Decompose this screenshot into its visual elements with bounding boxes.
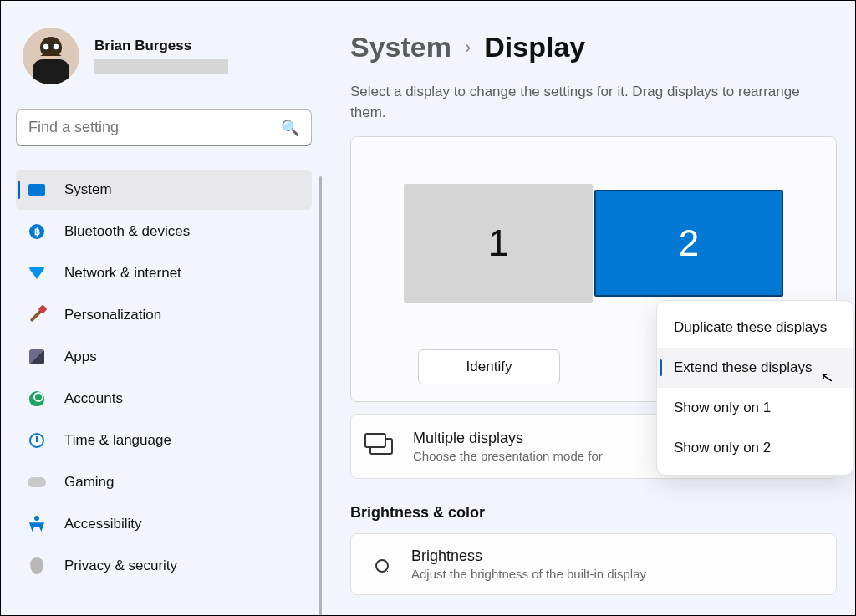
accounts-icon [28,389,46,408]
chevron-right-icon: › [465,37,471,59]
monitor-2[interactable]: 2 [594,190,783,297]
sidebar-item-label: System [64,181,112,198]
sidebar-item-label: Accessibility [64,516,142,532]
sidebar-item-label: Time & language [64,432,171,449]
identify-button[interactable]: Identify [418,349,560,384]
sidebar-item-time[interactable]: Time & language [16,420,312,461]
scrollbar[interactable] [319,176,322,615]
card-subtitle: Adjust the brightness of the built-in di… [411,567,646,581]
sidebar-item-label: Bluetooth & devices [64,223,190,240]
sidebar-item-label: Personalization [64,307,161,323]
sidebar-item-gaming[interactable]: Gaming [16,462,312,502]
svg-rect-1 [33,59,69,84]
sidebar-item-label: Gaming [64,474,115,491]
menu-item-show-only-2[interactable]: Show only on 2 [657,428,853,468]
sidebar-item-network[interactable]: Network & internet [16,253,312,293]
sidebar-item-system[interactable]: System [16,170,312,210]
search-input[interactable] [28,119,281,136]
avatar [23,28,79,84]
sidebar-item-apps[interactable]: Apps [16,337,312,377]
bluetooth-icon: ฿ [28,222,46,241]
sidebar-item-bluetooth[interactable]: ฿ Bluetooth & devices [16,211,312,252]
sidebar-item-label: Apps [64,349,97,365]
card-title: Brightness [411,547,646,565]
menu-item-label: Show only on 2 [674,440,771,456]
personalize-icon [28,306,46,324]
menu-item-duplicate[interactable]: Duplicate these displays [657,308,853,348]
breadcrumb-current: Display [484,31,585,64]
system-icon [28,181,46,199]
monitor-label: 1 [488,222,508,264]
monitor-label: 2 [679,222,699,264]
profile-email-redacted [94,59,228,74]
sidebar-item-personalization[interactable]: Personalization [16,295,312,335]
monitor-canvas[interactable]: 1 2 [404,184,783,303]
apps-icon [28,348,46,366]
wifi-icon [28,264,46,283]
menu-item-label: Extend these displays [674,359,812,376]
monitor-1[interactable]: 1 [404,184,593,303]
page-description: Select a display to change the settings … [350,82,818,123]
menu-item-show-only-1[interactable]: Show only on 1 [657,388,853,428]
brightness-icon [369,553,391,575]
nav-list: System ฿ Bluetooth & devices Network & i… [16,170,312,586]
accessibility-icon [28,515,46,533]
privacy-icon [28,557,46,575]
search-box[interactable]: 🔍 [16,109,312,146]
sidebar: Brian Burgess 🔍 System ฿ Bluetooth & dev… [1,1,327,615]
breadcrumb-parent[interactable]: System [350,31,451,64]
sidebar-item-label: Network & internet [64,265,181,282]
time-icon [28,431,46,450]
sidebar-item-accounts[interactable]: Accounts [16,379,312,419]
brightness-card[interactable]: Brightness Adjust the brightness of the … [350,533,837,595]
sidebar-item-label: Accounts [64,390,123,407]
sidebar-item-label: Privacy & security [64,557,177,574]
sidebar-item-privacy[interactable]: Privacy & security [16,546,312,586]
presentation-mode-menu: Duplicate these displays Extend these di… [656,300,853,476]
main-content: System › Display Select a display to cha… [327,1,855,615]
breadcrumb: System › Display [350,31,837,64]
profile-block[interactable]: Brian Burgess [16,21,312,101]
menu-item-label: Duplicate these displays [674,319,827,336]
svg-point-3 [53,43,59,50]
svg-point-2 [43,43,49,50]
card-subtitle: Choose the presentation mode for [413,449,603,463]
search-icon: 🔍 [281,119,299,137]
menu-item-label: Show only on 1 [674,400,771,416]
multiple-displays-icon [369,438,393,455]
sidebar-item-accessibility[interactable]: Accessibility [16,504,312,544]
card-title: Multiple displays [413,430,603,447]
gaming-icon [28,473,46,491]
section-heading-brightness: Brightness & color [350,504,837,522]
profile-name: Brian Burgess [94,38,228,54]
